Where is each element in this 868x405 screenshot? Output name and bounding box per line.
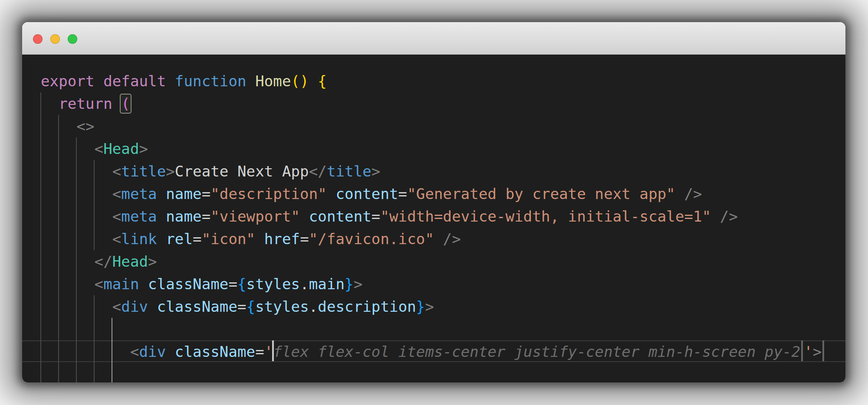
code-token: content	[327, 185, 398, 202]
code-token: Head	[112, 253, 148, 270]
code-line[interactable]: <>	[41, 115, 825, 137]
code-token: =	[372, 208, 381, 225]
code-token: main	[103, 275, 139, 293]
code-token: className	[166, 343, 255, 360]
code-token: >	[425, 298, 434, 315]
code-token: content	[300, 208, 372, 225]
code-line[interactable]: <link rel="icon" href="/favicon.ico" />	[41, 228, 825, 250]
code-line[interactable]: export default function Home() {	[41, 70, 825, 92]
code-token: styles	[247, 275, 300, 293]
code-token: "width=device-width, initial-scale=1"	[380, 208, 711, 225]
code-line[interactable]	[41, 318, 825, 340]
code-line[interactable]	[41, 363, 825, 382]
code-token: "icon"	[202, 230, 256, 248]
code-token: <	[41, 343, 139, 360]
code-line[interactable]: <meta name="description" content="Genera…	[41, 183, 825, 205]
code-token: }	[416, 298, 425, 315]
code-token: "/favicon.ico"	[309, 230, 434, 248]
code-token: </	[41, 253, 112, 270]
code-token: <	[41, 140, 103, 157]
code-line[interactable]: <main className={styles.main}>	[41, 273, 825, 295]
code-token: main	[309, 275, 345, 293]
code-token: >	[148, 253, 157, 270]
code-editor[interactable]: export default function Home() { return …	[22, 55, 845, 382]
code-token: <	[41, 298, 121, 315]
editor-window: export default function Home() { return …	[22, 22, 845, 382]
code-token: Head	[103, 140, 139, 157]
code-token: "Generated by create next app"	[407, 185, 675, 202]
code-token: className	[139, 275, 229, 293]
code-token: </	[309, 163, 327, 180]
code-token: =	[202, 208, 211, 225]
code-token: div	[139, 343, 166, 360]
code-token: >	[372, 163, 381, 180]
code-token: =	[398, 185, 408, 202]
code-token: () {	[291, 72, 327, 90]
code-token: =	[237, 298, 247, 315]
code-token: description	[318, 298, 416, 315]
code-token: "description"	[210, 185, 327, 202]
code-token: =	[193, 230, 202, 248]
close-button[interactable]	[33, 34, 43, 44]
ghost-text-suggestion: flex flex-col items-center justify-cente…	[273, 343, 800, 360]
code-token: {	[237, 275, 247, 293]
code-token: title	[121, 163, 166, 180]
code-line[interactable]: <Head>	[41, 137, 825, 160]
code-token: <	[41, 185, 121, 202]
code-token: link	[121, 230, 157, 248]
code-token: }	[345, 275, 354, 293]
minimize-button[interactable]	[50, 34, 60, 44]
code-token: (	[121, 95, 130, 112]
code-token: '	[804, 343, 813, 360]
code-token: "viewport"	[210, 208, 300, 225]
code-token: <	[41, 275, 103, 293]
code-token: />	[675, 185, 702, 202]
zoom-button[interactable]	[68, 34, 77, 44]
code-token: =	[300, 230, 309, 248]
code-token: export default	[41, 72, 175, 90]
code-line[interactable]: <div className='flex flex-col items-cent…	[41, 340, 825, 363]
code-token: Home	[255, 72, 291, 90]
code-token: meta	[121, 208, 157, 225]
marker-bar	[822, 340, 824, 361]
code-token: div	[121, 298, 148, 315]
code-token: =	[255, 343, 264, 360]
code-token: function	[175, 72, 255, 90]
code-token: meta	[121, 185, 157, 202]
code-token: <	[41, 163, 121, 180]
code-token: title	[327, 163, 372, 180]
code-line[interactable]: </Head>	[41, 250, 825, 273]
titlebar[interactable]	[22, 22, 845, 55]
code-token: =	[228, 275, 237, 293]
code-token: .	[309, 298, 318, 315]
code-token: '	[264, 343, 273, 360]
code-token: />	[434, 230, 461, 248]
code-token: <>	[41, 118, 95, 135]
code-token: className	[148, 298, 237, 315]
code-token: name	[157, 208, 202, 225]
code-token: <	[41, 230, 121, 248]
code-token: Create Next App	[175, 163, 309, 180]
code-line[interactable]: <meta name="viewport" content="width=dev…	[41, 205, 825, 228]
code-line[interactable]: <title>Create Next App</title>	[41, 160, 825, 183]
marker-bar	[801, 340, 803, 361]
code-token: {	[247, 298, 256, 315]
code-area: export default function Home() { return …	[41, 70, 825, 382]
code-token: name	[157, 185, 202, 202]
code-token: =	[202, 185, 211, 202]
code-token: href	[255, 230, 300, 248]
code-token: <	[41, 208, 121, 225]
code-token: rel	[157, 230, 193, 248]
code-token: >	[139, 140, 148, 157]
code-token: >	[813, 343, 822, 360]
code-line[interactable]: <div className={styles.description}>	[41, 295, 825, 318]
code-token: >	[166, 163, 175, 180]
code-token: />	[711, 208, 738, 225]
code-line[interactable]: return (	[41, 92, 825, 115]
code-token: return	[41, 95, 121, 112]
code-token: styles	[255, 298, 309, 315]
code-token: >	[354, 275, 363, 293]
code-token: .	[300, 275, 309, 293]
